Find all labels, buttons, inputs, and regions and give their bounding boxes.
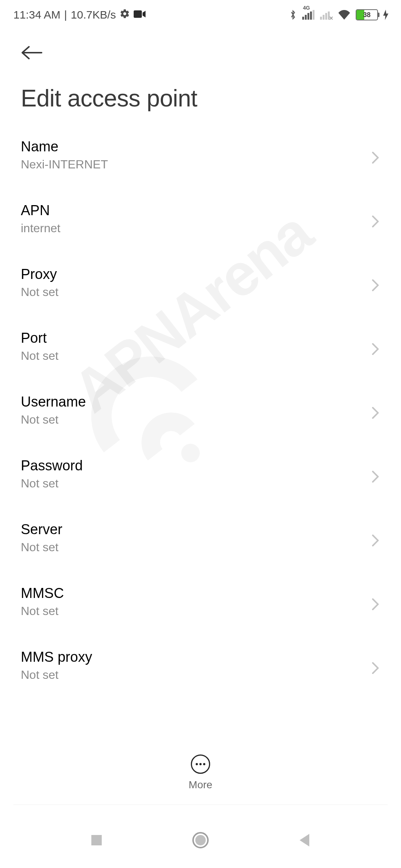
svg-rect-10 (91, 835, 102, 845)
setting-label: Server (21, 522, 371, 537)
setting-value: Nexi-INTERNET (21, 158, 371, 171)
setting-item-password[interactable]: PasswordNot set (21, 442, 380, 506)
setting-text: ServerNot set (21, 522, 371, 554)
svg-rect-6 (320, 17, 322, 20)
signal-nosim-icon (320, 10, 333, 20)
svg-rect-2 (305, 15, 307, 20)
setting-item-name[interactable]: NameNexi-INTERNET (21, 123, 380, 187)
svg-rect-4 (310, 11, 312, 20)
setting-text: PortNot set (21, 330, 371, 363)
back-button[interactable] (0, 30, 401, 62)
charging-icon (383, 10, 388, 20)
setting-item-mms-proxy[interactable]: MMS proxyNot set (21, 634, 380, 697)
more-button[interactable]: More (0, 747, 401, 801)
bluetooth-icon (289, 9, 297, 20)
setting-label: Proxy (21, 266, 371, 282)
chevron-right-icon (371, 278, 380, 287)
bottom-divider (13, 805, 388, 805)
status-separator: | (64, 9, 67, 21)
setting-text: PasswordNot set (21, 458, 371, 490)
setting-item-apn[interactable]: APNinternet (21, 187, 380, 251)
setting-item-server[interactable]: ServerNot set (21, 506, 380, 570)
chevron-right-icon (371, 405, 380, 415)
chevron-right-icon (371, 150, 380, 160)
svg-rect-7 (323, 15, 325, 20)
setting-value: Not set (21, 604, 371, 618)
svg-rect-9 (328, 11, 330, 20)
chevron-right-icon (371, 533, 380, 543)
setting-value: Not set (21, 349, 371, 363)
nav-bar (0, 812, 401, 868)
chevron-right-icon (371, 661, 380, 670)
setting-value: Not set (21, 413, 371, 427)
setting-label: Port (21, 330, 371, 346)
setting-text: UsernameNot set (21, 394, 371, 427)
nav-home-button[interactable] (192, 831, 209, 849)
status-right: 4G 38 (289, 9, 388, 20)
setting-item-username[interactable]: UsernameNot set (21, 378, 380, 442)
status-left: 11:34 AM | 10.7KB/s (13, 9, 146, 22)
setting-label: Name (21, 139, 371, 155)
page-title: Edit access point (0, 62, 401, 123)
setting-label: APN (21, 203, 371, 218)
svg-rect-1 (302, 17, 304, 20)
battery-icon: 38 (356, 9, 378, 20)
svg-rect-5 (313, 10, 314, 20)
setting-text: ProxyNot set (21, 266, 371, 299)
setting-text: MMSCNot set (21, 585, 371, 618)
setting-value: Not set (21, 477, 371, 490)
camera-icon (134, 9, 146, 21)
svg-rect-8 (325, 13, 327, 20)
chevron-right-icon (371, 597, 380, 606)
settings-list: NameNexi-INTERNETAPNinternetProxyNot set… (0, 123, 401, 776)
setting-text: MMS proxyNot set (21, 649, 371, 682)
setting-item-port[interactable]: PortNot set (21, 315, 380, 378)
nav-back-button[interactable] (296, 831, 313, 849)
nav-recent-button[interactable] (88, 831, 105, 849)
setting-label: MMSC (21, 585, 371, 601)
gear-icon (120, 9, 130, 22)
setting-value: Not set (21, 285, 371, 299)
chevron-right-icon (371, 469, 380, 479)
battery-percent: 38 (356, 11, 377, 19)
setting-label: Username (21, 394, 371, 410)
chevron-right-icon (371, 214, 380, 224)
setting-item-mmsc[interactable]: MMSCNot set (21, 570, 380, 634)
status-network-speed: 10.7KB/s (71, 9, 116, 21)
setting-text: APNinternet (21, 203, 371, 235)
setting-label: MMS proxy (21, 649, 371, 665)
svg-point-12 (195, 835, 206, 845)
setting-label: Password (21, 458, 371, 474)
status-bar: 11:34 AM | 10.7KB/s 4G (0, 0, 401, 30)
status-time: 11:34 AM (13, 9, 61, 21)
setting-value: internet (21, 221, 371, 235)
setting-value: Not set (21, 668, 371, 682)
setting-item-proxy[interactable]: ProxyNot set (21, 251, 380, 315)
setting-value: Not set (21, 540, 371, 554)
chevron-right-icon (371, 342, 380, 351)
svg-rect-0 (134, 10, 142, 18)
signal-4g-icon: 4G (302, 10, 315, 20)
wifi-icon (338, 10, 351, 20)
more-icon (191, 754, 210, 774)
svg-rect-3 (307, 13, 309, 20)
more-label: More (189, 779, 212, 791)
setting-text: NameNexi-INTERNET (21, 139, 371, 171)
